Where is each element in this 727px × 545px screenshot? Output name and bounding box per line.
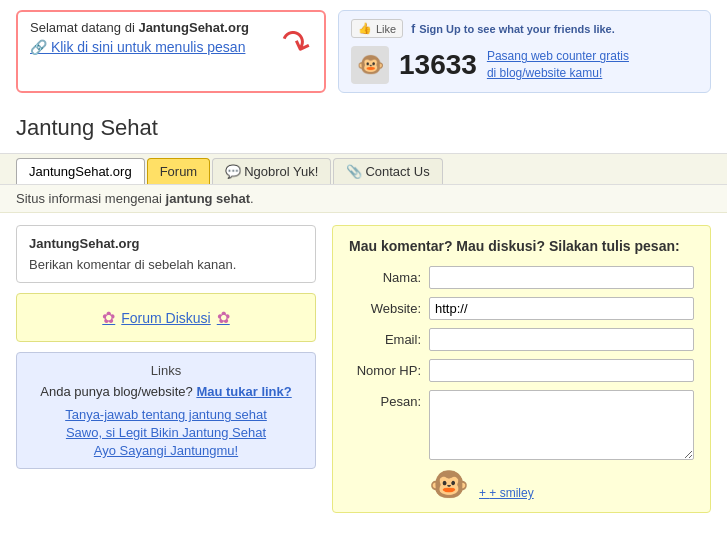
link-item-1[interactable]: Tanya-jawab tentang jantung sehat (29, 407, 303, 422)
tab-jantungsehat[interactable]: JantungSehat.org (16, 158, 145, 184)
website-label: Website: (349, 301, 429, 316)
nomor-hp-input[interactable] (429, 359, 694, 382)
tabs-row: JantungSehat.org Forum 💬Ngobrol Yuk! 📎Co… (0, 153, 727, 185)
click-to-message-link[interactable]: 🔗 Klik di sini untuk menulis pesan (30, 39, 245, 55)
pesan-label: Pesan: (349, 394, 429, 409)
site-name-bold: JantungSehat.org (138, 20, 249, 35)
tab-contact-us[interactable]: 📎Contact Us (333, 158, 442, 184)
social-counter-box: 👍 Like f Sign Up to see what your friend… (338, 10, 711, 93)
smiley-link[interactable]: + + smiley (479, 486, 534, 500)
tab-forum[interactable]: Forum (147, 158, 211, 184)
top-bar: Selamat datang di JantungSehat.org 🔗 Kli… (0, 0, 727, 103)
visit-counter: 13633 (399, 49, 477, 81)
page-title-area: Jantung Sehat (0, 103, 727, 153)
email-label: Email: (349, 332, 429, 347)
forum-diskusi-link[interactable]: ✿ Forum Diskusi ✿ (102, 308, 229, 327)
webcounter-link[interactable]: Pasang web counter gratis di blog/websit… (487, 48, 629, 82)
form-title: Mau komentar? Mau diskusi? Silakan tulis… (349, 238, 694, 254)
flower-icon-right: ✿ (217, 308, 230, 327)
email-input[interactable] (429, 328, 694, 351)
forum-link-label: Forum Diskusi (121, 310, 210, 326)
mtu-link[interactable]: Mau tukar link? (196, 384, 291, 399)
form-row-email: Email: (349, 328, 694, 351)
tab-ngobrol-label: Ngobrol Yuk! (244, 164, 318, 179)
paperclip-icon: 📎 (346, 164, 362, 179)
form-row-nomorhp: Nomor HP: (349, 359, 694, 382)
form-row-website: Website: (349, 297, 694, 320)
subtitle-bold: jantung sehat (166, 191, 251, 206)
mtu-row: Anda punya blog/website? Mau tukar link? (29, 384, 303, 399)
fb-signup-link[interactable]: f Sign Up to see what your friends like. (411, 22, 615, 36)
nama-label: Nama: (349, 270, 429, 285)
comment-form-panel: Mau komentar? Mau diskusi? Silakan tulis… (332, 225, 711, 513)
nomor-hp-label: Nomor HP: (349, 363, 429, 378)
pesan-textarea[interactable] (429, 390, 694, 460)
infobox-text: Berikan komentar di sebelah kanan. (29, 257, 303, 272)
subtitle-period: . (250, 191, 254, 206)
mtu-prefix-text: Anda punya blog/website? (40, 384, 196, 399)
monkey-icon: 🐵 (429, 468, 469, 500)
chat-icon: 💬 (225, 164, 241, 179)
left-panel: JantungSehat.org Berikan komentar di seb… (16, 225, 316, 513)
nama-input[interactable] (429, 266, 694, 289)
tab-forum-label: Forum (160, 164, 198, 179)
welcome-text: Selamat datang di JantungSehat.org (30, 20, 312, 35)
links-list: Tanya-jawab tentang jantung sehat Sawo, … (29, 407, 303, 458)
smiley-area: 🐵 + + smiley (429, 468, 694, 500)
tab-jantungsehat-label: JantungSehat.org (29, 164, 132, 179)
fb-like-button[interactable]: 👍 Like (351, 19, 403, 38)
links-box-title: Links (29, 363, 303, 378)
subtitle-bar: Situs informasi mengenai jantung sehat. (0, 185, 727, 213)
main-content: JantungSehat.org Berikan komentar di seb… (0, 213, 727, 525)
avatar-emoji: 🐵 (357, 52, 384, 78)
like-label: Like (376, 23, 396, 35)
link-item-3[interactable]: Ayo Sayangi Jantungmu! (29, 443, 303, 458)
flower-icon-left: ✿ (102, 308, 115, 327)
counter-avatar: 🐵 (351, 46, 389, 84)
tab-ngobrol[interactable]: 💬Ngobrol Yuk! (212, 158, 331, 184)
signup-text: Sign Up to see what your friends like. (419, 23, 615, 35)
smiley-label: + smiley (489, 486, 533, 500)
thumbs-up-icon: 👍 (358, 22, 372, 35)
form-row-pesan: Pesan: (349, 390, 694, 460)
subtitle-text: Situs informasi mengenai (16, 191, 166, 206)
plus-icon: + (479, 486, 486, 500)
info-box: JantungSehat.org Berikan komentar di seb… (16, 225, 316, 283)
form-row-nama: Nama: (349, 266, 694, 289)
facebook-icon: f (411, 22, 415, 36)
forum-button-box: ✿ Forum Diskusi ✿ (16, 293, 316, 342)
link-item-2[interactable]: Sawo, si Legit Bikin Jantung Sehat (29, 425, 303, 440)
website-input[interactable] (429, 297, 694, 320)
tab-contact-label: Contact Us (365, 164, 429, 179)
welcome-prefix: Selamat datang di (30, 20, 138, 35)
links-box: Links Anda punya blog/website? Mau tukar… (16, 352, 316, 469)
counter-row: 🐵 13633 Pasang web counter gratis di blo… (351, 46, 698, 84)
page-title: Jantung Sehat (16, 115, 711, 141)
welcome-box: Selamat datang di JantungSehat.org 🔗 Kli… (16, 10, 326, 93)
infobox-title: JantungSehat.org (29, 236, 303, 251)
social-top-row: 👍 Like f Sign Up to see what your friend… (351, 19, 698, 38)
